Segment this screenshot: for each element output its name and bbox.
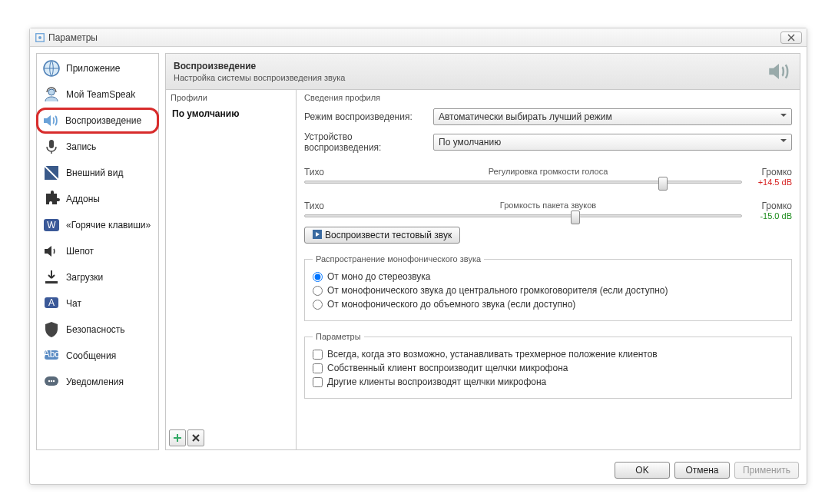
ok-button[interactable]: OK: [615, 462, 670, 479]
close-button[interactable]: [780, 32, 802, 44]
sidebar-item-hotkeys[interactable]: W «Горячие клавиши»: [37, 212, 158, 238]
playback-device-label: Устройство воспроизведения:: [304, 131, 427, 153]
sidebar-item-label: Шепот: [66, 246, 94, 257]
body: Приложение Мой TeamSpeak Воспроизведение…: [30, 47, 807, 456]
playback-mode-select[interactable]: Автоматически выбирать лучший режим: [433, 108, 792, 125]
sidebar-item-notifications[interactable]: Уведомления: [37, 369, 158, 395]
remove-profile-button[interactable]: [187, 429, 204, 446]
sidebar-item-label: Запись: [66, 141, 96, 152]
add-profile-button[interactable]: [169, 429, 186, 446]
voice-volume-slider[interactable]: [304, 181, 742, 184]
mono-fieldset: Распространение монофонического звука От…: [304, 254, 792, 321]
soundpack-volume-value: -15.0 dB: [750, 211, 792, 220]
sidebar-item-addons[interactable]: Аддоны: [37, 186, 158, 212]
sidebar-item-label: Аддоны: [66, 194, 100, 204]
speaker-icon: [766, 58, 792, 85]
sidebar-item-label: Приложение: [66, 63, 120, 74]
sidebar-item-playback[interactable]: Воспроизведение: [36, 108, 159, 134]
section-header: Воспроизведение Настройка системы воспро…: [166, 54, 800, 90]
sidebar-item-chat[interactable]: A Чат: [37, 290, 158, 317]
sidebar-item-security[interactable]: Безопасность: [37, 317, 158, 343]
key-icon: W: [41, 215, 61, 235]
sidebar-item-label: Уведомления: [66, 376, 124, 387]
puzzle-icon: [41, 189, 61, 209]
columns: Профили По умолчанию Сведения профиля Ре…: [166, 90, 800, 449]
svg-rect-8: [45, 281, 58, 284]
window-title: Параметры: [48, 32, 98, 43]
globe-icon: [41, 58, 61, 78]
section-title: Воспроизведение: [174, 61, 766, 71]
app-icon: [35, 32, 45, 43]
mono-radio-surround[interactable]: [313, 300, 323, 310]
slider-left-label: Тихо: [304, 167, 324, 177]
slider-right-label: Громко: [762, 167, 792, 177]
window: Параметры Приложение Мой TeamSpeak Воспр…: [29, 28, 807, 485]
sidebar-item-label: Мой TeamSpeak: [66, 89, 135, 100]
svg-point-3: [48, 89, 55, 95]
chk-other-mic-clicks[interactable]: [313, 377, 323, 387]
soundpack-volume-slider-block: Тихо Громкость пакета звуков Громко -15.…: [304, 201, 792, 220]
chat-icon: A: [41, 293, 61, 313]
cancel-button[interactable]: Отмена: [674, 462, 730, 479]
section-subtitle: Настройка системы воспроизведения звука: [174, 73, 766, 82]
playback-device-select[interactable]: По умолчанию: [433, 134, 792, 151]
sidebar-item-label: Загрузки: [66, 272, 103, 283]
main: Воспроизведение Настройка системы воспро…: [165, 53, 800, 450]
slider-thumb[interactable]: [571, 211, 580, 224]
svg-point-1: [38, 36, 41, 39]
sidebar-item-messages[interactable]: Abc Сообщения: [37, 343, 158, 369]
apply-button[interactable]: Применить: [734, 462, 799, 479]
design-icon: [41, 163, 61, 183]
notification-icon: [41, 372, 61, 392]
details-header: Сведения профиля: [304, 93, 792, 102]
sidebar-item-whisper[interactable]: Шепот: [37, 238, 158, 264]
slider-thumb[interactable]: [658, 177, 668, 191]
mic-icon: [41, 137, 61, 157]
playback-mode-label: Режим воспроизведения:: [304, 111, 427, 122]
slider-right-label: Громко: [762, 201, 792, 211]
sidebar-item-label: Внешний вид: [66, 167, 123, 178]
titlebar: Параметры: [30, 28, 807, 47]
slider-left-label: Тихо: [304, 201, 324, 211]
options-legend: Параметры: [313, 332, 364, 341]
speaker-icon: [41, 111, 61, 131]
details-column: Сведения профиля Режим воспроизведения: …: [297, 90, 800, 449]
sidebar-item-label: Воспроизведение: [65, 115, 141, 126]
chk-own-mic-clicks[interactable]: [313, 363, 323, 373]
options-fieldset: Параметры Всегда, когда это возможно, ус…: [304, 332, 792, 399]
sidebar-item-label: Чат: [66, 298, 81, 309]
svg-rect-4: [49, 140, 54, 148]
footer: OK Отмена Применить: [30, 456, 807, 484]
profiles-column: Профили По умолчанию: [166, 90, 297, 449]
sidebar-item-label: «Горячие клавиши»: [66, 220, 151, 230]
sidebar-item-capture[interactable]: Запись: [37, 134, 158, 160]
play-test-sound-button[interactable]: Воспроизвести тестовый звук: [304, 227, 460, 244]
sidebar: Приложение Мой TeamSpeak Воспроизведение…: [36, 53, 159, 450]
svg-text:Abc: Abc: [44, 349, 60, 360]
shield-icon: [41, 320, 61, 340]
slider-center-label: Регулировка громкости голоса: [489, 167, 608, 176]
play-icon: [313, 230, 322, 241]
soundpack-volume-slider[interactable]: [304, 214, 742, 217]
sidebar-item-application[interactable]: Приложение: [37, 55, 158, 81]
svg-text:A: A: [48, 297, 55, 308]
mono-radio-center[interactable]: [313, 286, 323, 296]
svg-point-16: [53, 380, 55, 382]
download-icon: [41, 267, 61, 287]
profiles-list[interactable]: По умолчанию: [166, 105, 296, 426]
whisper-icon: [41, 241, 61, 261]
voice-volume-value: +14.5 dB: [750, 177, 792, 187]
sidebar-item-myteamspeak[interactable]: Мой TeamSpeak: [37, 81, 158, 108]
sidebar-item-downloads[interactable]: Загрузки: [37, 264, 158, 290]
sidebar-item-design[interactable]: Внешний вид: [37, 160, 158, 186]
sidebar-item-label: Сообщения: [66, 350, 116, 361]
profile-item[interactable]: По умолчанию: [166, 105, 296, 122]
svg-point-15: [51, 380, 52, 382]
mono-radio-stereo[interactable]: [313, 272, 323, 282]
sidebar-item-label: Безопасность: [66, 324, 125, 335]
mono-legend: Распространение монофонического звука: [313, 254, 484, 264]
message-icon: Abc: [41, 346, 61, 366]
user-headset-icon: [41, 85, 61, 104]
chk-3d-position[interactable]: [313, 350, 323, 360]
slider-center-label: Громкость пакета звуков: [500, 201, 596, 210]
